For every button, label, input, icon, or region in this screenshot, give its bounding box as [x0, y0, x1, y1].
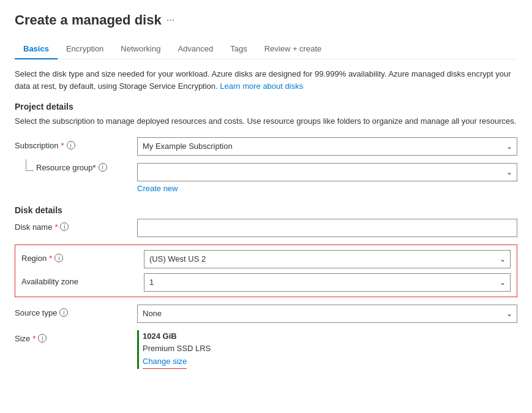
disk-name-label: Disk name * i	[15, 219, 137, 232]
ellipsis-menu-icon[interactable]: ···	[167, 15, 174, 26]
size-label: Size * i	[15, 330, 137, 343]
availability-zone-select[interactable]: 1 2 3	[144, 273, 511, 292]
disk-name-required: *	[54, 222, 58, 232]
project-details-description: Select the subscription to manage deploy…	[15, 115, 517, 127]
source-type-control: None ⌄	[137, 305, 517, 323]
page-title: Create a managed disk	[15, 12, 162, 28]
availability-zone-control: 1 2 3 ⌄	[144, 273, 511, 292]
tab-bar: Basics Encryption Networking Advanced Ta…	[15, 39, 517, 59]
tab-advanced[interactable]: Advanced	[169, 39, 222, 59]
region-required: *	[49, 254, 52, 263]
disk-details-section: Disk details Disk name * i Region * i (U…	[15, 205, 517, 369]
tab-basics[interactable]: Basics	[15, 39, 58, 59]
project-details-section: Project details Select the subscription …	[15, 102, 517, 193]
source-type-select[interactable]: None	[137, 305, 517, 323]
availability-zone-label: Availability zone	[21, 273, 144, 286]
disk-name-info-icon[interactable]: i	[60, 222, 69, 231]
tab-review-create[interactable]: Review + create	[256, 39, 331, 59]
region-select-wrapper: (US) West US 2 ⌄	[144, 250, 511, 268]
source-type-label: Source type i	[15, 305, 137, 317]
availability-zone-select-wrapper: 1 2 3 ⌄	[144, 273, 511, 292]
resource-group-row: Resource group * i ⌄ Create new	[15, 163, 517, 193]
resource-group-select[interactable]	[137, 163, 517, 181]
disk-name-input[interactable]	[137, 219, 517, 237]
subscription-control: My Example Subscription ⌄	[137, 137, 517, 156]
resource-group-info-icon[interactable]: i	[99, 163, 107, 172]
subscription-required: *	[61, 141, 64, 150]
tab-tags[interactable]: Tags	[222, 39, 255, 59]
availability-zone-row: Availability zone 1 2 3 ⌄	[21, 273, 511, 292]
size-type: Premium SSD LRS	[143, 343, 517, 355]
region-info-icon[interactable]: i	[54, 254, 63, 262]
subscription-info-icon[interactable]: i	[67, 141, 75, 150]
project-details-header: Project details	[15, 102, 517, 112]
resource-group-select-wrapper: ⌄	[137, 163, 517, 181]
source-type-info-icon[interactable]: i	[59, 308, 68, 317]
disk-name-row: Disk name * i	[15, 219, 517, 237]
create-new-link[interactable]: Create new	[137, 184, 178, 193]
source-type-row: Source type i None ⌄	[15, 305, 517, 323]
region-row: Region * i (US) West US 2 ⌄	[21, 250, 511, 268]
source-type-select-wrapper: None ⌄	[137, 305, 517, 323]
region-label: Region * i	[21, 250, 144, 263]
disk-name-control	[137, 219, 517, 237]
size-info: 1024 GiB Premium SSD LRS Change size	[137, 330, 517, 369]
size-info-icon[interactable]: i	[38, 334, 47, 343]
page-description: Select the disk type and size needed for…	[15, 68, 517, 92]
size-row: Size * i 1024 GiB Premium SSD LRS Change…	[15, 330, 517, 369]
size-value: 1024 GiB	[143, 330, 517, 343]
resource-group-label: Resource group	[36, 163, 93, 172]
subscription-select-wrapper: My Example Subscription ⌄	[137, 137, 517, 156]
subscription-select[interactable]: My Example Subscription	[137, 137, 517, 156]
learn-more-link[interactable]: Learn more about disks	[220, 81, 303, 91]
subscription-label: Subscription * i	[15, 137, 137, 150]
size-required: *	[32, 334, 36, 343]
resource-group-control: ⌄ Create new	[137, 163, 517, 193]
size-control: 1024 GiB Premium SSD LRS Change size	[137, 330, 517, 369]
subscription-row: Subscription * i My Example Subscription…	[15, 137, 517, 156]
region-availability-highlight: Region * i (US) West US 2 ⌄ Availability…	[15, 244, 517, 297]
disk-details-header: Disk details	[15, 205, 517, 215]
tab-networking[interactable]: Networking	[112, 39, 169, 59]
change-size-link[interactable]: Change size	[143, 355, 187, 369]
resource-group-indent: Resource group * i	[15, 163, 137, 172]
region-select[interactable]: (US) West US 2	[144, 250, 511, 268]
region-control: (US) West US 2 ⌄	[144, 250, 511, 268]
tab-encryption[interactable]: Encryption	[58, 39, 112, 59]
resource-group-required: *	[93, 163, 96, 172]
